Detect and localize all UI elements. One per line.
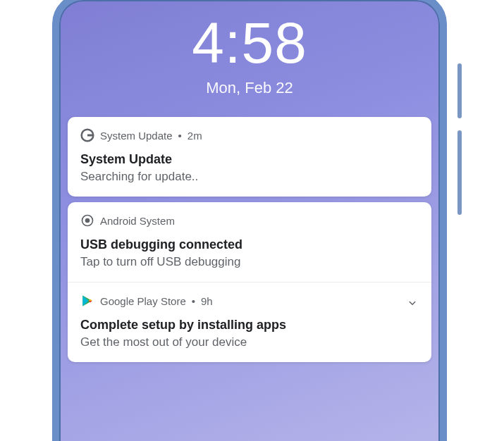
notification-time: 2m <box>188 130 202 142</box>
chevron-down-icon[interactable] <box>406 297 419 309</box>
notification-body: Tap to turn off USB debugging <box>80 255 419 269</box>
notification-body: Get the most out of your device <box>80 335 419 349</box>
lockscreen-clock: 4:58 Mon, Feb 22 <box>59 0 440 97</box>
volume-down-button[interactable] <box>457 130 462 215</box>
notification-title: USB debugging connected <box>80 237 419 252</box>
separator-dot: • <box>178 130 182 142</box>
notification-app-name: Google Play Store <box>100 295 186 307</box>
phone-screen: 4:58 Mon, Feb 22 System Update • 2m Syst… <box>52 0 447 441</box>
notification-header: Android System <box>80 213 419 228</box>
svg-point-3 <box>85 218 90 223</box>
clock-time: 4:58 <box>59 13 440 73</box>
separator-dot: • <box>192 295 195 307</box>
play-store-icon <box>80 294 94 308</box>
notification-play-store[interactable]: Google Play Store • 9h Complete setup by… <box>68 282 431 362</box>
volume-up-button[interactable] <box>457 63 462 118</box>
notification-time: 9h <box>201 295 213 307</box>
notification-system-update[interactable]: System Update • 2m System Update Searchi… <box>68 117 431 197</box>
notification-body: Searching for update.. <box>80 170 419 184</box>
notification-group: Android System USB debugging connected T… <box>68 202 431 362</box>
notification-stack: System Update • 2m System Update Searchi… <box>68 117 431 362</box>
notification-title: System Update <box>80 152 419 167</box>
notification-header: Google Play Store • 9h <box>80 294 419 308</box>
notification-usb-debugging[interactable]: Android System USB debugging connected T… <box>68 202 431 282</box>
notification-app-name: System Update <box>100 130 173 142</box>
clock-date: Mon, Feb 22 <box>59 79 440 97</box>
notification-header: System Update • 2m <box>80 128 419 142</box>
google-g-icon <box>80 128 94 142</box>
notification-app-name: Android System <box>100 215 175 227</box>
notification-title: Complete setup by installing apps <box>80 318 419 333</box>
android-system-icon <box>80 213 94 228</box>
svg-rect-1 <box>87 135 93 137</box>
